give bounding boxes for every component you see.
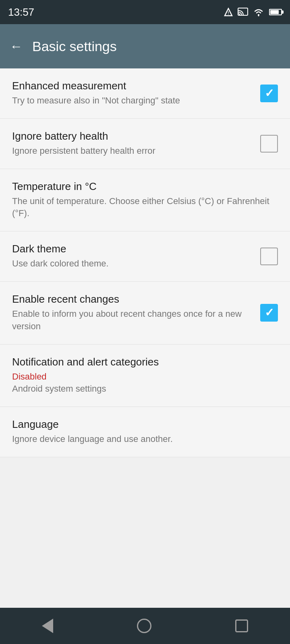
setting-desc-dark-theme: Use dark colored theme.: [12, 258, 252, 270]
nav-back-button[interactable]: [42, 619, 53, 633]
alert-icon: !: [224, 8, 233, 17]
battery-icon: [269, 9, 282, 15]
setting-text-temperature-unit: Temperature in °C The unit of temperatur…: [12, 180, 278, 220]
status-icons: !: [224, 8, 282, 17]
nav-home-button[interactable]: [137, 619, 151, 633]
setting-text-ignore-battery-health: Ignore battery health Ignore persistent …: [12, 130, 260, 157]
checkbox-enable-recent-changes[interactable]: [260, 304, 278, 322]
setting-title-enhanced-measurement: Enhanced measurement: [12, 80, 252, 92]
setting-item-enhanced-measurement[interactable]: Enhanced measurement Try to measure also…: [0, 68, 290, 119]
svg-point-3: [258, 14, 259, 16]
setting-title-temperature-unit: Temperature in °C: [12, 180, 270, 193]
checkbox-ignore-battery-health[interactable]: [260, 135, 278, 153]
setting-text-enhanced-measurement: Enhanced measurement Try to measure also…: [12, 80, 260, 107]
setting-desc2-notification-alert: Android system settings: [12, 383, 270, 395]
app-bar: ← Basic settings: [0, 24, 290, 68]
page-title: Basic settings: [32, 39, 117, 54]
setting-item-temperature-unit[interactable]: Temperature in °C The unit of temperatur…: [0, 169, 290, 232]
nav-recents-button[interactable]: [235, 619, 248, 632]
setting-item-ignore-battery-health[interactable]: Ignore battery health Ignore persistent …: [0, 119, 290, 169]
setting-status-notification-alert: Disabled: [12, 371, 270, 383]
setting-title-enable-recent-changes: Enable recent changes: [12, 293, 252, 305]
recents-square-icon: [235, 619, 248, 632]
setting-title-ignore-battery-health: Ignore battery health: [12, 130, 252, 142]
settings-list: Enhanced measurement Try to measure also…: [0, 68, 290, 457]
setting-text-language: Language Ignore device language and use …: [12, 418, 278, 446]
setting-item-language[interactable]: Language Ignore device language and use …: [0, 407, 290, 457]
cast-icon: [238, 8, 248, 17]
wifi-icon: [253, 8, 264, 17]
svg-text:!: !: [228, 11, 229, 15]
setting-text-notification-alert: Notification and alert categories Disabl…: [12, 356, 278, 396]
setting-text-dark-theme: Dark theme Use dark colored theme.: [12, 243, 260, 270]
setting-desc-ignore-battery-health: Ignore persistent battery health error: [12, 145, 252, 157]
navigation-bar: [0, 608, 290, 644]
back-button[interactable]: ←: [10, 39, 23, 54]
checkbox-enhanced-measurement[interactable]: [260, 85, 278, 102]
setting-desc-enhanced-measurement: Try to measure also in "Not charging" st…: [12, 95, 252, 107]
status-bar: 13:57 !: [0, 0, 290, 24]
setting-text-enable-recent-changes: Enable recent changes Enable to inform y…: [12, 293, 260, 333]
setting-item-dark-theme[interactable]: Dark theme Use dark colored theme.: [0, 231, 290, 282]
checkbox-dark-theme[interactable]: [260, 248, 278, 265]
setting-item-notification-alert[interactable]: Notification and alert categories Disabl…: [0, 345, 290, 407]
setting-title-language: Language: [12, 418, 270, 431]
setting-title-notification-alert: Notification and alert categories: [12, 356, 270, 368]
setting-desc-temperature-unit: The unit of temperature. Choose either C…: [12, 195, 270, 220]
setting-desc-enable-recent-changes: Enable to inform you about recent change…: [12, 308, 252, 333]
status-time: 13:57: [8, 6, 34, 19]
setting-title-dark-theme: Dark theme: [12, 243, 252, 255]
setting-desc-language: Ignore device language and use another.: [12, 433, 270, 446]
home-circle-icon: [137, 619, 151, 633]
setting-item-enable-recent-changes[interactable]: Enable recent changes Enable to inform y…: [0, 282, 290, 345]
back-triangle-icon: [42, 619, 53, 633]
